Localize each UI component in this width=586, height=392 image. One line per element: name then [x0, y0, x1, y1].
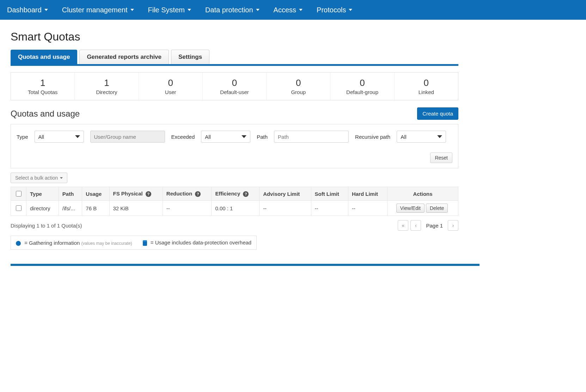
stat-value: 0 — [206, 77, 263, 88]
stat-value: 0 — [333, 77, 391, 88]
create-quota-button[interactable]: Create quota — [417, 107, 458, 120]
stat-value: 1 — [14, 77, 72, 88]
nav-data-protection[interactable]: Data protection — [205, 6, 260, 14]
stat-value: 0 — [269, 77, 327, 88]
cell-reduction: -- — [163, 201, 212, 216]
caret-down-icon — [256, 9, 260, 11]
cell-path: /ifs/... — [59, 201, 82, 216]
pager-prev-button[interactable]: ‹ — [410, 220, 421, 231]
stat-label: Linked — [397, 89, 455, 95]
col-advisory: Advisory Limit — [260, 187, 311, 201]
cell-efficiency: 0.00 : 1 — [212, 201, 260, 216]
exceeded-select[interactable]: All — [201, 131, 250, 143]
legend-gathering: = Gathering information (values may be i… — [16, 240, 132, 246]
stat-default-user: 0 Default-user — [203, 73, 267, 100]
nav-access[interactable]: Access — [274, 6, 303, 14]
col-type: Type — [26, 187, 59, 201]
tab-settings[interactable]: Settings — [171, 50, 209, 64]
tab-reports-archive[interactable]: Generated reports archive — [79, 50, 169, 64]
bottom-accent-bar — [11, 264, 480, 266]
recursive-label: Recursive path — [355, 134, 390, 140]
stat-user: 0 User — [139, 73, 203, 100]
page-title: Smart Quotas — [11, 30, 458, 43]
col-hard: Hard Limit — [348, 187, 387, 201]
help-icon[interactable]: ? — [243, 191, 249, 197]
col-reduction: Reduction ? — [163, 187, 212, 201]
pager: « ‹ Page 1 › — [398, 220, 458, 231]
caret-down-icon — [299, 9, 303, 11]
stats-summary: 1 Total Quotas 1 Directory 0 User 0 Defa… — [11, 72, 458, 100]
stat-group: 0 Group — [267, 73, 330, 100]
exceeded-label: Exceeded — [171, 134, 195, 140]
help-icon[interactable]: ? — [146, 191, 151, 197]
nav-dashboard[interactable]: Dashboard — [7, 6, 48, 14]
cell-usage: 76 B — [82, 201, 109, 216]
nav-label: File System — [148, 6, 185, 14]
cell-advisory: -- — [260, 201, 311, 216]
bulk-action-select[interactable]: Select a bulk action — [11, 173, 67, 183]
type-select-value: All — [38, 134, 44, 140]
recursive-select[interactable]: All — [397, 131, 446, 143]
chevron-down-icon — [242, 135, 246, 138]
display-count-text: Displaying 1 to 1 of 1 Quota(s) — [11, 223, 82, 229]
stat-value: 1 — [78, 77, 135, 88]
delete-button[interactable]: Delete — [426, 204, 448, 213]
nav-cluster-management[interactable]: Cluster management — [62, 6, 134, 14]
col-usage: Usage — [82, 187, 109, 201]
select-all-checkbox[interactable] — [16, 191, 22, 197]
pager-first-button[interactable]: « — [398, 220, 408, 231]
caret-down-icon — [44, 9, 48, 11]
stat-label: Directory — [78, 89, 135, 95]
view-edit-button[interactable]: View/Edit — [396, 204, 425, 213]
help-icon[interactable]: ? — [195, 191, 201, 197]
col-soft: Soft Limit — [311, 187, 348, 201]
stat-label: Default-group — [333, 89, 391, 95]
pager-page-label: Page 1 — [423, 223, 446, 229]
row-checkbox[interactable] — [16, 205, 22, 211]
top-nav: Dashboard Cluster management File System… — [0, 0, 586, 20]
exceeded-select-value: All — [205, 134, 211, 140]
caret-down-icon — [349, 9, 352, 11]
legend: = Gathering information (values may be i… — [11, 236, 257, 250]
col-actions: Actions — [387, 187, 458, 201]
nav-label: Cluster management — [62, 6, 128, 14]
stat-label: Default-user — [206, 89, 263, 95]
bulk-action-label: Select a bulk action — [15, 175, 58, 181]
nav-label: Data protection — [205, 6, 253, 14]
cell-fs-physical: 32 KiB — [109, 201, 163, 216]
legend-overhead: = Usage includes data-protection overhea… — [143, 239, 252, 246]
path-label: Path — [257, 134, 268, 140]
path-input[interactable] — [274, 131, 349, 143]
reset-button[interactable]: Reset — [430, 153, 452, 163]
caret-down-icon — [188, 9, 191, 11]
stat-value: 0 — [142, 77, 200, 88]
cell-hard: -- — [348, 201, 387, 216]
stat-label: Group — [269, 89, 327, 95]
filters-panel: Type All Exceeded All Path Recursive pat… — [11, 124, 458, 168]
type-select[interactable]: All — [35, 131, 84, 143]
chevron-down-icon — [437, 135, 442, 138]
nav-protocols[interactable]: Protocols — [317, 6, 352, 14]
nav-label: Dashboard — [7, 6, 42, 14]
usergroup-input[interactable] — [90, 131, 165, 143]
table-row: directory /ifs/... 76 B 32 KiB -- 0.00 :… — [11, 201, 458, 216]
tab-quotas-usage[interactable]: Quotas and usage — [11, 50, 77, 64]
col-path: Path — [59, 187, 82, 201]
cell-type: directory — [26, 201, 59, 216]
database-icon — [143, 240, 147, 246]
pager-next-button[interactable]: › — [448, 220, 458, 231]
stat-total-quotas: 1 Total Quotas — [11, 73, 75, 100]
stat-linked: 0 Linked — [395, 73, 458, 100]
col-efficiency: Efficiency ? — [212, 187, 260, 201]
tabs: Quotas and usage Generated reports archi… — [11, 50, 458, 66]
caret-down-icon — [130, 9, 134, 11]
col-fs-physical: FS Physical ? — [109, 187, 163, 201]
stat-label: User — [142, 89, 200, 95]
stat-label: Total Quotas — [14, 89, 72, 95]
cell-soft: -- — [311, 201, 348, 216]
stat-value: 0 — [397, 77, 455, 88]
nav-file-system[interactable]: File System — [148, 6, 191, 14]
recursive-select-value: All — [401, 134, 407, 140]
caret-down-icon — [60, 177, 63, 179]
stat-default-group: 0 Default-group — [330, 73, 394, 100]
